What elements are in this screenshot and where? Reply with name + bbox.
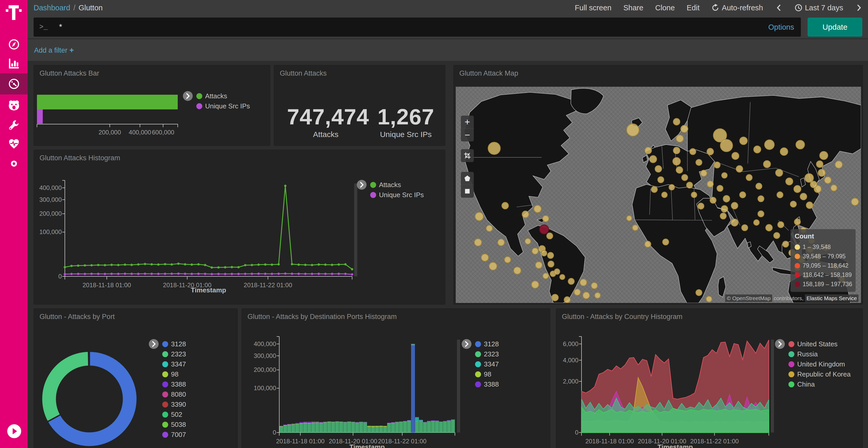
- legend-item[interactable]: United States: [788, 339, 851, 349]
- legend-label: Attacks: [205, 92, 227, 100]
- osm-attribution[interactable]: © OpenStreetMap: [725, 295, 772, 302]
- legend-item[interactable]: 3347: [475, 359, 499, 369]
- legend-item[interactable]: 98: [475, 369, 499, 379]
- legend-label: 3388: [171, 380, 186, 388]
- sidebar-item-visualize[interactable]: [0, 54, 28, 73]
- legend-color-dot: [788, 341, 795, 347]
- sidebar-item-monitoring[interactable]: [0, 134, 28, 154]
- area-series-China[interactable]: [582, 407, 769, 433]
- legend-item[interactable]: Unique Src IPs: [370, 190, 424, 200]
- legend-toggle-icon[interactable]: [149, 339, 159, 349]
- share-button[interactable]: Share: [623, 4, 643, 12]
- search-input[interactable]: >_ * Options: [34, 18, 801, 37]
- sidebar-item-discover[interactable]: [0, 35, 28, 54]
- terminal-prompt-icon: >_: [39, 23, 48, 31]
- legend-item[interactable]: Attacks: [196, 91, 250, 101]
- panel-title: Glutton - Attacks by Port: [39, 313, 115, 321]
- fullscreen-button[interactable]: Full screen: [575, 4, 612, 12]
- svg-text:100,000: 100,000: [39, 229, 62, 235]
- legend-toggle-icon[interactable]: [357, 180, 367, 190]
- metric-value: 1,267: [370, 104, 442, 130]
- rectangle-icon: [463, 187, 471, 195]
- options-link[interactable]: Options: [768, 23, 794, 32]
- time-prev-button[interactable]: [775, 4, 783, 12]
- panel-title: Glutton Attacks: [280, 69, 327, 77]
- legend-item[interactable]: 3128: [162, 339, 186, 349]
- draw-polygon-button[interactable]: [461, 172, 474, 185]
- sidebar-item-dashboard[interactable]: [0, 73, 28, 95]
- legend-toggle-icon[interactable]: [775, 339, 785, 349]
- legend-label: United States: [797, 340, 838, 348]
- chart-legend: 3128232333479833888080339050250387007: [149, 339, 186, 440]
- panel-glutton-attack-map: Glutton Attack Map + −: [454, 65, 863, 305]
- map-zoom-controls: + −: [461, 115, 474, 141]
- legend-item[interactable]: Russia: [788, 349, 851, 359]
- legend-item[interactable]: 3388: [162, 379, 186, 389]
- sidebar-item-devtools[interactable]: [0, 115, 28, 135]
- legend-item[interactable]: China: [788, 379, 851, 389]
- main-area: Dashboard/Glutton Full screen Share Clon…: [28, 0, 868, 448]
- legend-color-dot: [475, 371, 481, 377]
- legend-item[interactable]: 98: [162, 369, 186, 379]
- ems-attribution[interactable]: Elastic Maps Service: [805, 295, 859, 302]
- clone-button[interactable]: Clone: [655, 4, 675, 12]
- pie-slice-2323[interactable]: [41, 351, 89, 422]
- chart-scroll-strip[interactable]: [771, 340, 774, 433]
- svg-text:300,000: 300,000: [39, 196, 62, 203]
- query-text[interactable]: *: [59, 23, 768, 32]
- chart-legend: 312823233347983388: [462, 339, 499, 389]
- svg-text:300,000: 300,000: [254, 352, 276, 359]
- time-next-button[interactable]: [855, 4, 863, 12]
- edit-button[interactable]: Edit: [687, 4, 700, 12]
- breadcrumb-dashboard-link[interactable]: Dashboard: [34, 4, 70, 12]
- attack-map[interactable]: + −: [456, 87, 861, 303]
- legend-toggle-icon[interactable]: [462, 339, 471, 349]
- sidebar-item-bear[interactable]: [0, 96, 28, 115]
- map-fit-control: [461, 149, 474, 162]
- legend-color-dot: [162, 402, 168, 408]
- legend-item[interactable]: 2323: [162, 349, 186, 359]
- attacks-histogram-chart[interactable]: 400,000300,000200,000100,00002018-11-18 …: [34, 150, 445, 305]
- add-filter-button[interactable]: Add a filter +: [34, 46, 74, 55]
- sidebar-expand-button[interactable]: [7, 424, 22, 439]
- panel-title: Glutton - Attacks by Destination Ports H…: [247, 313, 397, 321]
- legend-item[interactable]: Republic of Korea: [788, 369, 851, 379]
- legend-item[interactable]: Attacks: [370, 180, 424, 190]
- legend-item[interactable]: 2323: [475, 349, 499, 359]
- series-Attacks[interactable]: [64, 185, 353, 271]
- zoom-in-button[interactable]: +: [461, 115, 474, 129]
- fit-bounds-button[interactable]: [461, 149, 474, 162]
- update-button[interactable]: Update: [808, 18, 862, 37]
- series-Unique Src IPs[interactable]: [64, 273, 353, 276]
- legend-toggle-icon[interactable]: [183, 91, 193, 101]
- draw-rectangle-button[interactable]: [461, 185, 474, 198]
- chart-legend: United StatesRussiaUnited KingdomRepubli…: [775, 339, 851, 389]
- chart-scroll-strip[interactable]: [457, 340, 460, 433]
- legend-color-dot: [370, 192, 376, 198]
- map-legend-dot: [795, 272, 800, 278]
- time-picker-button[interactable]: Last 7 days: [795, 4, 843, 12]
- topbar-menu: Full screen Share Clone Edit Auto-refres…: [575, 0, 863, 15]
- legend-label: 7007: [171, 431, 186, 439]
- legend-item[interactable]: 3390: [162, 400, 186, 410]
- play-circle-icon: [7, 424, 22, 439]
- legend-item[interactable]: 3128: [475, 339, 499, 349]
- legend-item[interactable]: 502: [162, 410, 186, 420]
- legend-item[interactable]: Unique Src IPs: [196, 101, 250, 111]
- legend-item[interactable]: United Kingdom: [788, 359, 851, 369]
- legend-item[interactable]: 3347: [162, 359, 186, 369]
- sidebar-item-management[interactable]: [0, 154, 28, 173]
- attacks-by-port-donut-chart[interactable]: [34, 309, 238, 448]
- destination-ports-histogram-chart[interactable]: 400,000300,000200,000100,00002018-11-18 …: [242, 309, 550, 448]
- map-legend-item: 118,642 – 158,189: [795, 270, 851, 279]
- svg-text:4,000: 4,000: [563, 357, 579, 364]
- legend-color-dot: [162, 391, 168, 398]
- auto-refresh-button[interactable]: Auto-refresh: [711, 4, 763, 12]
- legend-item[interactable]: 7007: [162, 430, 186, 440]
- filter-bar: Add a filter +: [28, 39, 868, 61]
- legend-item[interactable]: 5038: [162, 420, 186, 430]
- zoom-out-button[interactable]: −: [461, 129, 474, 141]
- legend-item[interactable]: 8080: [162, 389, 186, 400]
- tmobile-logo-icon[interactable]: [5, 4, 23, 22]
- legend-item[interactable]: 3388: [475, 379, 499, 389]
